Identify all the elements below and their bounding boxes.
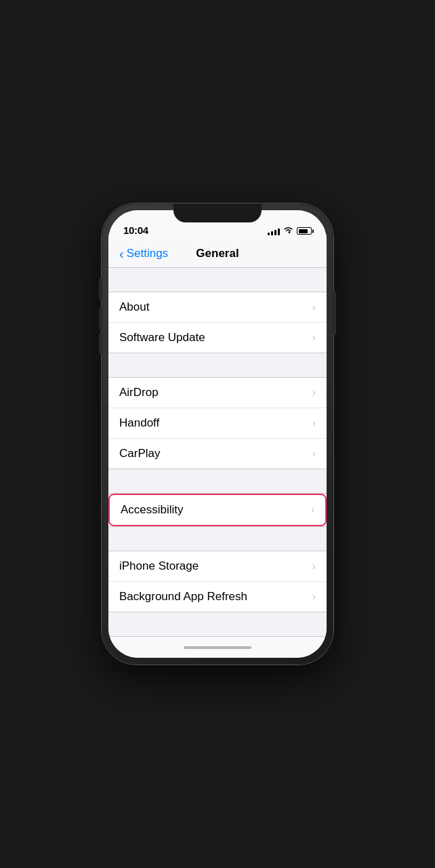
chevron-right-icon: › [312,301,316,313]
settings-group-2: AirDrop › Handoff › CarPlay › [108,377,327,469]
back-label: Settings [127,247,168,260]
chevron-right-icon: › [312,448,316,460]
software-update-label: Software Update [119,331,205,344]
carplay-label: CarPlay [119,447,160,460]
status-icons [268,226,312,236]
settings-group-1: About › Software Update › [108,292,327,353]
navigation-bar: ‹ Settings General [108,240,327,268]
settings-row-carplay[interactable]: CarPlay › [108,439,327,469]
phone-frame: 10:04 [102,203,333,665]
battery-icon [297,227,312,235]
signal-icon [268,227,280,235]
chevron-right-icon: › [312,591,316,603]
notch [173,203,262,222]
settings-row-background-app-refresh[interactable]: Background App Refresh › [108,582,327,612]
settings-row-about[interactable]: About › [108,292,327,323]
background-app-refresh-label: Background App Refresh [119,590,247,604]
chevron-left-icon: ‹ [119,247,124,260]
settings-row-handoff[interactable]: Handoff › [108,408,327,439]
chevron-right-icon: › [312,560,316,572]
settings-row-date-time[interactable]: Date & Time › [108,637,327,637]
settings-row-accessibility[interactable]: Accessibility › [108,494,327,526]
settings-row-software-update[interactable]: Software Update › [108,323,327,353]
section-gap-5 [108,612,327,636]
settings-group-4: iPhone Storage › Background App Refresh … [108,551,327,612]
chevron-right-icon: › [312,332,316,344]
section-gap-3 [108,469,327,493]
chevron-right-icon: › [312,417,316,429]
page-title: General [173,247,262,260]
status-time: 10:04 [123,224,148,236]
back-button[interactable]: ‹ Settings [119,247,173,260]
about-label: About [119,300,149,314]
phone-screen: 10:04 [108,210,327,658]
chevron-right-icon: › [311,504,314,516]
handoff-label: Handoff [119,416,159,430]
section-gap-2 [108,353,327,377]
airdrop-label: AirDrop [119,386,159,399]
home-indicator [108,637,327,658]
settings-row-airdrop[interactable]: AirDrop › [108,378,327,408]
iphone-storage-label: iPhone Storage [119,559,199,573]
wifi-icon [283,226,293,236]
settings-row-iphone-storage[interactable]: iPhone Storage › [108,551,327,582]
settings-group-5: Date & Time › Keyboard › Language & Regi… [108,636,327,637]
home-bar [184,646,251,649]
settings-content[interactable]: About › Software Update › AirDrop › Hand… [108,268,327,637]
settings-group-3: Accessibility › [108,493,327,527]
section-gap-1 [108,268,327,292]
chevron-right-icon: › [312,387,316,399]
section-gap-4 [108,527,327,551]
accessibility-label: Accessibility [121,503,184,517]
